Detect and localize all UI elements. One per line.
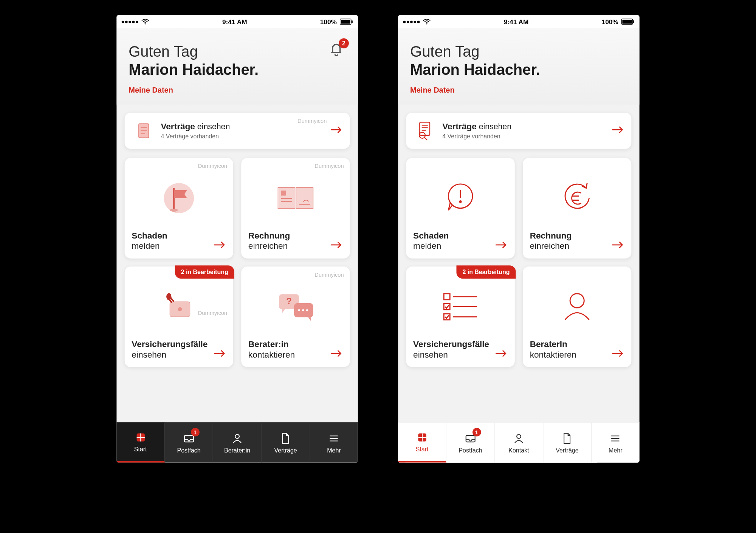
nav-berater[interactable]: Berater:in (213, 422, 262, 462)
svg-rect-11 (278, 187, 295, 209)
rechnung-tile[interactable]: Rechnung einreichen (523, 158, 631, 259)
dummy-label: Dummyicon (314, 271, 344, 277)
contracts-icon (133, 120, 155, 142)
tile-title-bold: Rechnung (248, 231, 343, 241)
vertraege-title-light: einsehen (479, 122, 511, 131)
battery-icon (621, 19, 635, 25)
nav-mehr[interactable]: Mehr (310, 422, 358, 462)
svg-point-32 (426, 23, 428, 25)
nav-vertraege[interactable]: Verträge (543, 422, 592, 462)
svg-point-0 (145, 23, 146, 25)
notifications-button[interactable]: 2 (329, 41, 346, 58)
bottom-nav: Start 1 Postfach Berater:in Verträge Meh… (116, 422, 358, 462)
dummy-label: Dummyicon (314, 163, 344, 169)
nav-label: Postfach (177, 447, 201, 454)
arrow-right-icon (330, 240, 343, 251)
tile-title-bold: Rechnung (530, 231, 624, 241)
nav-mehr[interactable]: Mehr (592, 422, 640, 462)
wifi-icon (423, 19, 431, 25)
tile-title-bold: Berater:in (248, 339, 343, 350)
person-icon (530, 274, 624, 340)
nav-label: Verträge (556, 447, 578, 454)
svg-point-18 (178, 307, 182, 311)
battery-icon (340, 19, 353, 25)
svg-text:?: ? (286, 296, 292, 306)
checklist-icon (413, 274, 508, 340)
schaden-tile[interactable]: Schaden melden (406, 158, 514, 259)
nav-label: Kontakt (508, 447, 529, 454)
berater-tile[interactable]: Dummyicon ? Berater:in kontaktieren (241, 266, 350, 367)
vertraege-card[interactable]: Verträge einsehen 4 Verträge vorhanden D… (125, 113, 350, 149)
signal-dots-icon (122, 20, 138, 23)
svg-rect-13 (281, 191, 286, 195)
svg-point-25 (306, 309, 308, 311)
arrow-right-icon (213, 349, 226, 360)
invoice-icon (248, 165, 343, 231)
schaden-tile[interactable]: Dummyicon Schaden melden (125, 158, 233, 259)
tile-title-bold: Schaden (413, 231, 508, 241)
chat-icon: ? (248, 274, 343, 340)
battery-percent: 100% (602, 18, 618, 25)
nav-vertraege[interactable]: Verträge (262, 422, 310, 462)
svg-rect-49 (444, 304, 450, 310)
arrow-right-icon (611, 349, 624, 360)
nav-label: Verträge (274, 447, 297, 454)
tile-title-reg: einreichen (530, 241, 624, 251)
nav-label: Mehr (327, 447, 341, 454)
svg-point-10 (170, 209, 178, 212)
document-search-icon (414, 120, 437, 142)
svg-point-28 (235, 434, 239, 438)
postfach-badge: 1 (472, 428, 481, 437)
tile-title-reg: melden (413, 241, 508, 251)
versicherungsfaelle-tile[interactable]: 2 in Bearbeitung Dummyicon Versicherungs… (125, 266, 233, 367)
meine-daten-link[interactable]: Meine Daten (129, 85, 173, 94)
versicherungsfaelle-tile[interactable]: 2 in Bearbeitung Versicherungsfälle eins… (406, 266, 514, 367)
phone-variant-b: 9:41 AM 100% Guten Tag Marion Haidacher.… (398, 15, 639, 463)
rechnung-tile[interactable]: Dummyicon Rechnung einreichen (241, 158, 350, 259)
arrow-right-icon (213, 240, 226, 251)
status-time: 9:41 AM (504, 18, 529, 25)
cases-icon (132, 274, 226, 340)
nav-postfach[interactable]: 1 Postfach (165, 422, 213, 462)
arrow-right-icon (495, 240, 508, 251)
nav-kontakt[interactable]: Kontakt (495, 422, 543, 462)
svg-point-23 (298, 309, 300, 311)
phone-variant-a: 9:41 AM 100% 2 Guten Tag Marion Haidache… (116, 15, 358, 463)
arrow-right-icon (330, 125, 343, 136)
arrow-right-icon (611, 125, 624, 136)
vertraege-card[interactable]: Verträge einsehen 4 Verträge vorhanden (406, 113, 631, 149)
vertraege-title-light: einsehen (197, 122, 230, 131)
tile-title-reg: einsehen (132, 350, 226, 360)
arrow-right-icon (611, 240, 624, 251)
nav-start[interactable]: Start (398, 422, 446, 462)
svg-rect-2 (341, 20, 350, 24)
meine-daten-link[interactable]: Meine Daten (410, 85, 455, 94)
svg-rect-12 (296, 187, 313, 209)
in-bearbeitung-badge: 2 in Bearbeitung (175, 265, 234, 279)
flag-icon (132, 165, 226, 231)
tile-title-reg: kontaktieren (248, 350, 343, 360)
svg-point-19 (166, 293, 171, 300)
user-name: Marion Haidacher. (129, 61, 346, 78)
greeting-text: Guten Tag (410, 43, 627, 60)
battery-percent: 100% (320, 18, 337, 25)
nav-label: Berater:in (224, 447, 250, 454)
nav-postfach[interactable]: 1 Postfach (446, 422, 495, 462)
signal-dots-icon (403, 20, 420, 23)
nav-start[interactable]: Start (116, 422, 165, 462)
nav-label: Start (134, 446, 147, 453)
vertraege-title-bold: Verträge (161, 122, 195, 131)
dummy-label: Dummyicon (198, 310, 227, 316)
svg-rect-51 (444, 314, 450, 320)
status-bar: 9:41 AM 100% (116, 15, 358, 28)
tile-title-bold: BeraterIn (530, 339, 624, 350)
tile-title-reg: einreichen (248, 241, 343, 251)
dummy-label: Dummyicon (198, 163, 227, 169)
vertraege-subtitle: 4 Verträge vorhanden (442, 133, 511, 140)
user-name: Marion Haidacher. (410, 61, 627, 78)
header: Guten Tag Marion Haidacher. Meine Daten (398, 28, 639, 105)
dummy-label: Dummyicon (297, 118, 327, 124)
svg-point-56 (517, 434, 521, 438)
berater-tile[interactable]: BeraterIn kontaktieren (523, 266, 631, 367)
svg-point-44 (460, 201, 461, 202)
